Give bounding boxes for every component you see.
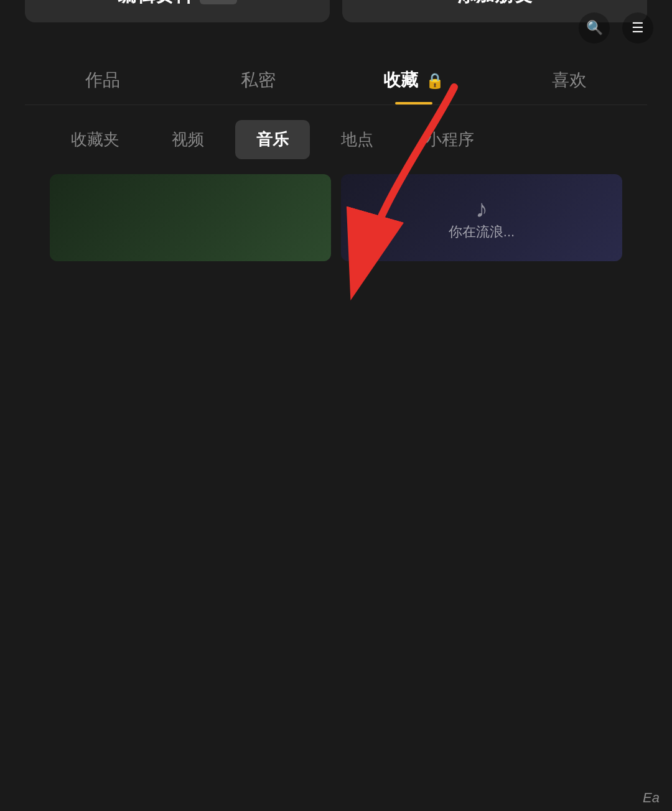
tab-private[interactable]: 私密 bbox=[180, 53, 336, 104]
content-item-1[interactable] bbox=[50, 174, 331, 261]
tab-bar: 作品 私密 收藏 🔒 喜欢 bbox=[25, 53, 647, 105]
edit-profile-button[interactable]: 编辑资料 bbox=[25, 0, 330, 22]
lock-icon: 🔒 bbox=[426, 72, 444, 89]
subtab-location[interactable]: 地点 bbox=[320, 120, 394, 159]
subtab-music[interactable]: 音乐 bbox=[235, 120, 310, 159]
tab-works[interactable]: 作品 bbox=[25, 53, 180, 104]
subtab-videos[interactable]: 视频 bbox=[151, 120, 225, 159]
menu-icon[interactable]: ☰ bbox=[622, 12, 653, 44]
add-friend-label: 添加朋友 bbox=[457, 0, 532, 8]
action-buttons: 编辑资料 添加朋友 bbox=[25, 0, 647, 22]
tab-collections[interactable]: 收藏 🔒 bbox=[336, 53, 492, 104]
banner-area: 🔍 ☰ 抖音号： 获赞 关注 bbox=[0, 0, 672, 261]
search-icon[interactable]: 🔍 bbox=[579, 12, 610, 44]
subtab-miniapp[interactable]: 小程序 bbox=[404, 120, 495, 159]
subtab-collections-folder[interactable]: 收藏夹 bbox=[50, 120, 141, 159]
profile-card: 获赞 关注 粉丝 点击添加介绍，让大家认识你... ✎ + 添加所在 bbox=[0, 0, 672, 261]
bottom-watermark: Ea bbox=[630, 785, 672, 811]
music-title: 你在流浪... bbox=[444, 223, 520, 241]
watermark-text: Ea bbox=[643, 790, 660, 805]
content-preview: ♪ 你在流浪... bbox=[25, 174, 647, 261]
header-icons: 🔍 ☰ bbox=[579, 12, 653, 44]
content-item-2[interactable]: ♪ 你在流浪... bbox=[341, 174, 622, 261]
sub-tabs: 收藏夹 视频 音乐 地点 小程序 bbox=[25, 105, 647, 174]
tab-likes[interactable]: 喜欢 bbox=[492, 53, 647, 104]
edit-profile-label: 编辑资料 bbox=[118, 0, 192, 8]
